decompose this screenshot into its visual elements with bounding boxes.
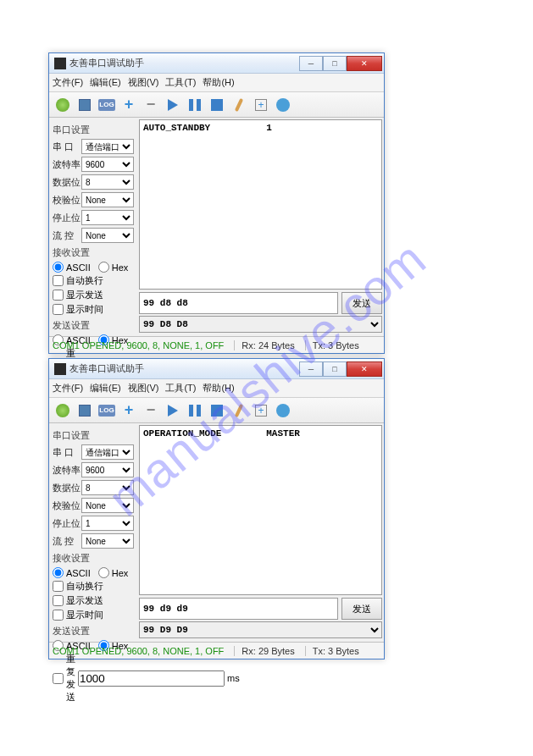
addbox-button[interactable]: + xyxy=(251,400,271,421)
send-input[interactable] xyxy=(139,598,338,620)
parity-label: 校验位 xyxy=(53,499,80,512)
history-select[interactable]: 99 D9 D9 xyxy=(139,621,382,638)
flow-select[interactable]: None xyxy=(81,533,134,549)
settings-button[interactable] xyxy=(273,400,293,421)
pause-button[interactable] xyxy=(185,400,205,421)
showsend-check[interactable] xyxy=(53,290,64,301)
menubar: 文件(F) 编辑(E) 视图(V) 工具(T) 帮助(H) xyxy=(49,74,384,92)
stop-select[interactable]: 1 xyxy=(81,516,134,531)
play-button[interactable] xyxy=(163,400,183,421)
port-label: 串 口 xyxy=(53,141,80,153)
recv-hex-label: Hex xyxy=(112,262,129,273)
data-label: 数据位 xyxy=(53,482,80,494)
save-button[interactable] xyxy=(75,95,95,115)
play-button[interactable] xyxy=(163,95,183,115)
minus-icon: − xyxy=(147,401,156,419)
data-select[interactable]: 8 xyxy=(81,480,134,495)
baud-select[interactable]: 9600 xyxy=(81,462,134,477)
port-select[interactable]: 通信端口(C xyxy=(81,444,134,460)
save-icon xyxy=(79,405,91,417)
flow-label: 流 控 xyxy=(53,229,80,242)
log-button[interactable]: LOG xyxy=(97,95,117,115)
autowrap-check[interactable] xyxy=(53,275,64,286)
menu-view[interactable]: 视图(V) xyxy=(128,76,159,89)
showtime-label: 显示时间 xyxy=(66,303,103,316)
tool-icon xyxy=(235,403,243,417)
tools-button[interactable] xyxy=(229,400,249,421)
repeat-input[interactable] xyxy=(78,670,225,687)
minimize-button[interactable]: ─ xyxy=(299,361,323,377)
pause-icon xyxy=(189,405,201,417)
parity-select[interactable]: None xyxy=(81,498,134,513)
menu-help[interactable]: 帮助(H) xyxy=(203,382,234,395)
titlebar[interactable]: 友善串口调试助手 ─ □ ✕ xyxy=(49,359,384,379)
remove-button[interactable]: − xyxy=(141,95,161,115)
history-select[interactable]: 99 D8 D8 xyxy=(139,316,382,333)
maximize-button[interactable]: □ xyxy=(323,361,347,377)
port-select[interactable]: 通信端口(C xyxy=(81,139,134,154)
addbox-icon: + xyxy=(255,405,267,417)
repeat-check[interactable] xyxy=(53,673,64,684)
menu-edit[interactable]: 编辑(E) xyxy=(90,76,121,89)
send-button[interactable]: 发送 xyxy=(341,598,382,620)
addbox-button[interactable]: + xyxy=(251,95,271,115)
pause-button[interactable] xyxy=(185,95,205,115)
autowrap-check[interactable] xyxy=(53,581,64,592)
showsend-check[interactable] xyxy=(53,595,64,606)
save-button[interactable] xyxy=(75,400,95,421)
stop-icon xyxy=(211,405,223,417)
connect-button[interactable] xyxy=(53,400,73,421)
maximize-button[interactable]: □ xyxy=(323,56,347,71)
recv-hex-radio[interactable] xyxy=(98,262,109,273)
send-section-title: 发送设置 xyxy=(53,319,134,332)
remove-button[interactable]: − xyxy=(141,400,161,421)
showtime-check[interactable] xyxy=(53,610,64,621)
connect-button[interactable] xyxy=(53,95,73,115)
tools-button[interactable] xyxy=(229,95,249,115)
data-select[interactable]: 8 xyxy=(81,174,134,190)
add-button[interactable]: + xyxy=(119,400,139,421)
parity-select[interactable]: None xyxy=(81,192,134,207)
stop-button[interactable] xyxy=(207,95,227,115)
recv-ascii-radio[interactable] xyxy=(53,262,64,273)
titlebar[interactable]: 友善串口调试助手 ─ □ ✕ xyxy=(49,53,384,74)
send-button[interactable]: 发送 xyxy=(341,292,382,314)
menu-help[interactable]: 帮助(H) xyxy=(203,76,234,89)
stop-select[interactable]: 1 xyxy=(81,210,134,225)
baud-select[interactable]: 9600 xyxy=(81,157,134,172)
output-area[interactable]: OPERATION_MODE MASTER xyxy=(139,425,382,595)
send-section-title: 发送设置 xyxy=(53,625,134,637)
stop-button[interactable] xyxy=(207,400,227,421)
repeat-unit: ms xyxy=(227,673,240,683)
app-icon xyxy=(54,58,66,69)
settings-panel: 串口设置 串 口通信端口(C 波特率9600 数据位8 校验位None 停止位1… xyxy=(49,118,137,336)
menu-view[interactable]: 视图(V) xyxy=(128,382,159,395)
showsend-label: 显示发送 xyxy=(66,594,103,607)
minimize-button[interactable]: ─ xyxy=(299,56,323,71)
close-button[interactable]: ✕ xyxy=(347,56,382,71)
recv-hex-radio[interactable] xyxy=(98,567,109,578)
close-button[interactable]: ✕ xyxy=(347,361,382,377)
output-area[interactable]: AUTO_STANDBY 1 xyxy=(139,119,382,290)
repeat-label: 重复发送 xyxy=(66,653,75,704)
menu-file[interactable]: 文件(F) xyxy=(53,76,83,89)
flow-select[interactable]: None xyxy=(81,228,134,243)
send-input[interactable] xyxy=(139,292,338,314)
gear-icon xyxy=(276,404,290,417)
minus-icon: − xyxy=(147,96,156,113)
menu-tools[interactable]: 工具(T) xyxy=(165,382,196,395)
parity-label: 校验位 xyxy=(53,194,80,207)
menu-file[interactable]: 文件(F) xyxy=(53,382,83,395)
menu-edit[interactable]: 编辑(E) xyxy=(90,382,121,395)
recv-section-title: 接收设置 xyxy=(53,246,134,259)
settings-button[interactable] xyxy=(273,95,293,115)
showtime-check[interactable] xyxy=(53,304,64,315)
recv-ascii-radio[interactable] xyxy=(53,567,64,578)
log-button[interactable]: LOG xyxy=(97,400,117,421)
log-icon: LOG xyxy=(98,405,115,417)
add-button[interactable]: + xyxy=(119,95,139,115)
data-label: 数据位 xyxy=(53,176,80,189)
status-tx: Tx: 3 Bytes xyxy=(305,646,359,656)
status-tx: Tx: 3 Bytes xyxy=(305,340,359,350)
menu-tools[interactable]: 工具(T) xyxy=(165,76,196,89)
